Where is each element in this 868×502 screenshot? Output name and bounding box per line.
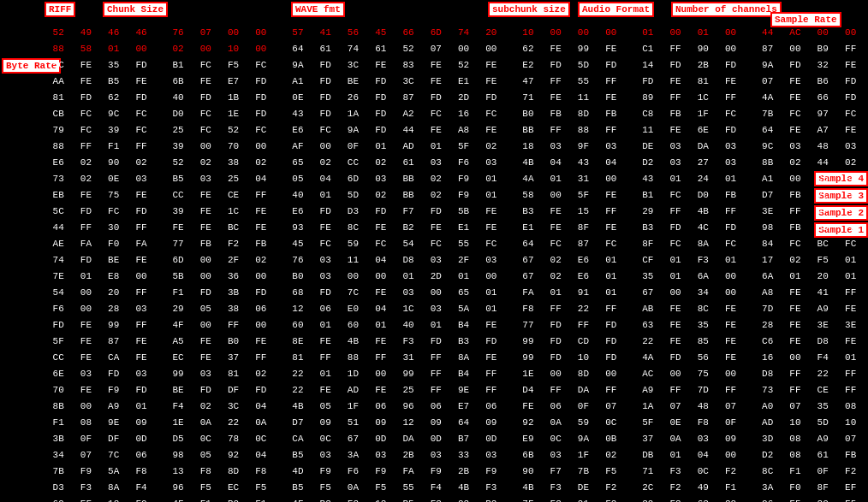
hex-cell: 7C [339, 284, 366, 300]
hex-cell: F7 [542, 463, 569, 479]
hex-cell: 71 [634, 463, 662, 479]
hex-cell [275, 398, 284, 414]
hex-cell [625, 316, 634, 333]
hex-cell: B9 [809, 40, 836, 56]
hex-cell: F3 [478, 479, 505, 495]
hex-cell: F5 [809, 251, 836, 268]
hex-cell: 99 [395, 365, 422, 381]
hex-cell [745, 56, 754, 73]
hex-cell [745, 235, 754, 251]
hex-cell: 1C [689, 89, 716, 105]
table-row: 3B0FDF0DD50C780CCA0C670DDA0DB70DE90C9A0B… [45, 430, 865, 446]
hex-cell: 06 [367, 398, 395, 414]
hex-cell [505, 138, 514, 154]
hex-cell: 44 [754, 24, 782, 40]
table-row: CCFECAFEECFE37FF81FF88FF31FF8AFE99FD10FD… [45, 349, 865, 365]
hex-cell: F4 [809, 349, 836, 365]
hex-cell: 01 [689, 24, 716, 40]
hex-cell: 91 [569, 495, 597, 502]
hex-cell: 81 [689, 73, 716, 89]
num-channels-label: Number of channels [671, 2, 782, 17]
hex-cell: 7B [569, 463, 597, 479]
hex-cell: 00 [367, 365, 395, 381]
hex-cell [155, 154, 164, 170]
hex-cell: 73 [754, 381, 782, 398]
hex-cell: 00 [542, 24, 569, 40]
hex-cell: 61 [809, 446, 836, 463]
hex-cell: B3 [312, 495, 339, 502]
hex-cell: 06 [128, 446, 155, 463]
hex-cell [625, 479, 634, 495]
hex-cell: FE [542, 89, 569, 105]
hex-cell: F5 [219, 56, 247, 73]
hex-cell [745, 73, 754, 89]
hex-cell: 8D [569, 365, 597, 381]
hex-cell [155, 430, 164, 446]
hex-cell: FC [128, 105, 155, 121]
hex-cell: 8C [754, 463, 782, 479]
hex-cell: 08 [836, 398, 865, 414]
hex-cell: 00 [782, 40, 809, 56]
hex-cell: F0 [128, 495, 155, 502]
hex-cell: 6D [339, 170, 366, 186]
hex-cell [275, 24, 284, 40]
hex-cell [745, 105, 754, 121]
hex-cell: FE [367, 56, 395, 73]
hex-cell: BB [395, 186, 422, 203]
hex-cell: 0A [662, 430, 689, 446]
hex-cell: AB [634, 300, 662, 316]
hex-cell: 11 [634, 121, 662, 138]
hex-cell: 43 [634, 170, 662, 186]
hex-cell: 03 [367, 170, 395, 186]
hex-cell: 1F [339, 398, 366, 414]
hex-cell: 2F [449, 251, 477, 268]
hex-cell: B3 [478, 495, 505, 502]
hex-cell [275, 333, 284, 349]
hex-cell: FE [597, 186, 625, 203]
hex-cell [625, 24, 634, 40]
hex-cell: 25 [395, 381, 422, 398]
hex-cell: 8A [100, 479, 128, 495]
hex-cell [275, 186, 284, 203]
hex-cell: EC [219, 479, 247, 495]
hex-cell: 41 [809, 284, 836, 300]
hex-cell: 5D [339, 186, 366, 203]
hex-cell: 01 [72, 268, 99, 284]
hex-cell [155, 300, 164, 316]
hex-cell: 09 [312, 414, 339, 430]
hex-cell: FF [662, 381, 689, 398]
hex-cell: F9 [422, 463, 449, 479]
hex-cell: EC [164, 349, 192, 365]
hex-cell: D3 [339, 203, 366, 219]
hex-cell: 22 [809, 365, 836, 381]
hex-cell: 3C [395, 73, 422, 89]
hex-cell: 2B [689, 56, 716, 73]
hex-cell [275, 235, 284, 251]
hex-cell: 4A [634, 349, 662, 365]
hex-cell [275, 73, 284, 89]
hex-cell: FE [542, 40, 569, 56]
hex-cell: 16 [754, 349, 782, 365]
hex-cell: FC [478, 235, 505, 251]
hex-cell: 07 [72, 446, 99, 463]
hex-cell: 06 [422, 398, 449, 414]
hex-cell: 00 [72, 284, 99, 300]
hex-cell [505, 105, 514, 121]
hex-cell: D2 [634, 154, 662, 170]
table-row: 44FF30FFFEFEBCFE93FE8CFEB2FEE1FEE1FE8FFE… [45, 219, 865, 235]
hex-cell: 77 [164, 235, 192, 251]
hex-cell: FD [662, 219, 689, 235]
hex-cell: FA [395, 463, 422, 479]
hex-cell: D2 [754, 446, 782, 463]
hex-cell [275, 203, 284, 219]
hex-cell: FE [662, 333, 689, 349]
hex-cell: 02 [542, 251, 569, 268]
hex-cell: 00 [247, 138, 275, 154]
hex-cell: FE [478, 316, 505, 333]
hex-cell: 9C [754, 138, 782, 154]
hex-cell: 00 [312, 138, 339, 154]
hex-cell: FD [312, 56, 339, 73]
hex-cell: 39 [100, 121, 128, 138]
hex-cell: 9E [449, 381, 477, 398]
audio-format-label: Audio Format [578, 2, 654, 17]
